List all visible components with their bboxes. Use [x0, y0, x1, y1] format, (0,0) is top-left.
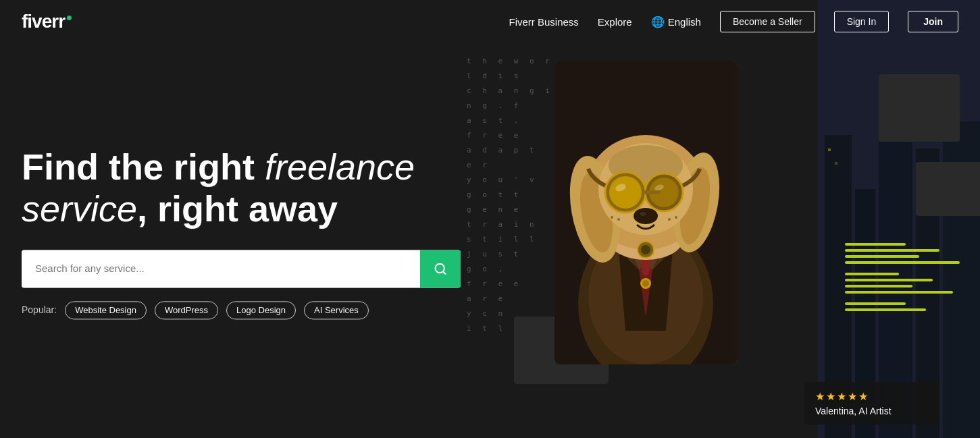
- svg-point-43: [641, 245, 650, 254]
- hero-title-suffix: , right away: [137, 188, 338, 229]
- bar-8: [845, 291, 953, 294]
- nav-explore[interactable]: Explore: [598, 16, 632, 28]
- logo-dot: [67, 16, 72, 20]
- nav-links: Fiverr Business Explore 🌐 English Become…: [509, 11, 958, 32]
- popular-tag-wordpress[interactable]: WordPress: [155, 301, 218, 319]
- bar-4: [845, 261, 960, 264]
- sign-in-button[interactable]: Sign In: [834, 11, 889, 32]
- search-icon: [434, 262, 447, 275]
- globe-icon: 🌐: [651, 16, 665, 28]
- popular-tag-ai-services[interactable]: AI Services: [304, 301, 369, 319]
- svg-point-34: [634, 208, 658, 224]
- nav-language[interactable]: 🌐 English: [651, 16, 701, 28]
- join-button[interactable]: Join: [908, 11, 958, 32]
- bar-7: [845, 285, 912, 288]
- svg-point-41: [642, 280, 649, 287]
- bars-container: [845, 243, 960, 311]
- become-seller-button[interactable]: Become a Seller: [720, 11, 815, 32]
- hero-right-panel: t h e w o r l d i s c h a n g i n g . f …: [453, 0, 980, 438]
- star-5: ★: [858, 390, 868, 403]
- artist-card: ★ ★ ★ ★ ★ Valentina, AI Artist: [804, 382, 939, 425]
- stars-row: ★ ★ ★ ★ ★: [815, 390, 929, 403]
- artist-name: Valentina, AI Artist: [815, 406, 929, 416]
- svg-rect-33: [642, 190, 661, 194]
- city-illustration: [818, 0, 980, 438]
- svg-point-39: [675, 216, 677, 219]
- scatter-text: t h e w o r l d i s c h a n g i n g . f …: [467, 54, 568, 336]
- logo-text: fiverr: [22, 11, 65, 32]
- popular-label: Popular:: [22, 305, 57, 316]
- svg-point-27: [611, 177, 640, 207]
- hero-title: Find the right freelance service, right …: [22, 146, 481, 229]
- bar-10: [845, 308, 926, 311]
- float-rect-mid: [916, 162, 980, 216]
- svg-rect-9: [835, 162, 837, 165]
- search-bar: [22, 250, 461, 288]
- svg-point-36: [617, 218, 620, 221]
- bar-9: [845, 302, 906, 305]
- bar-5: [845, 273, 899, 275]
- language-label: English: [668, 16, 701, 28]
- svg-point-37: [611, 216, 613, 219]
- hero-title-service: service: [22, 188, 137, 229]
- bar-3: [845, 255, 919, 258]
- dog-illustration: [555, 61, 737, 364]
- popular-tag-website-design[interactable]: Website Design: [65, 301, 147, 319]
- hero-title-prefix: Find the right: [22, 146, 265, 187]
- star-1: ★: [815, 390, 825, 403]
- bar-2: [845, 249, 939, 252]
- search-input[interactable]: [22, 250, 420, 288]
- hero-section: Find the right freelance service, right …: [22, 146, 481, 319]
- svg-point-35: [640, 212, 646, 216]
- popular-tag-logo-design[interactable]: Logo Design: [226, 301, 296, 319]
- star-3: ★: [837, 390, 846, 403]
- star-4: ★: [848, 390, 857, 403]
- logo[interactable]: fiverr: [22, 11, 72, 32]
- float-rect-top: [879, 74, 960, 142]
- svg-rect-8: [828, 148, 831, 151]
- star-2: ★: [826, 390, 835, 403]
- dog-image: [555, 61, 737, 364]
- hero-title-italic: freelance: [265, 146, 415, 187]
- dog-svg: [555, 61, 737, 364]
- svg-point-38: [668, 218, 671, 221]
- svg-line-1: [443, 271, 446, 274]
- bar-6: [845, 279, 933, 281]
- bar-1: [845, 243, 906, 246]
- popular-section: Popular: Website Design WordPress Logo D…: [22, 301, 481, 319]
- city-background: [818, 0, 980, 438]
- nav-business[interactable]: Fiverr Business: [509, 16, 578, 28]
- header: fiverr Fiverr Business Explore 🌐 English…: [0, 0, 980, 43]
